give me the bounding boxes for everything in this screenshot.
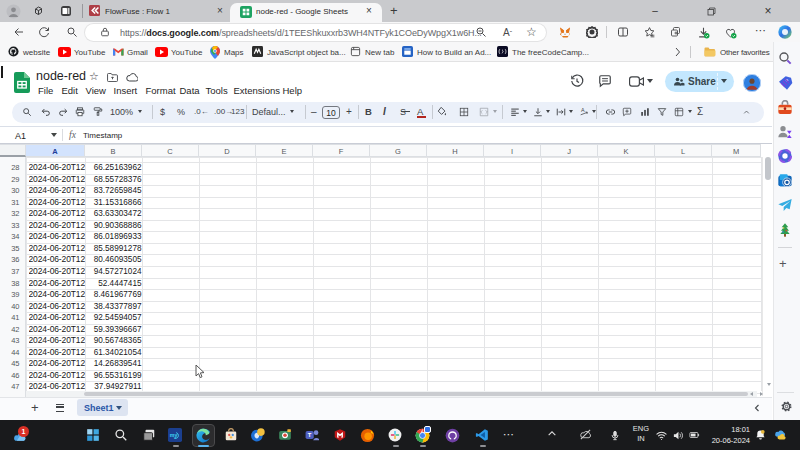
svg-text:T: T [308,432,312,438]
svg-text:A: A [581,107,585,113]
